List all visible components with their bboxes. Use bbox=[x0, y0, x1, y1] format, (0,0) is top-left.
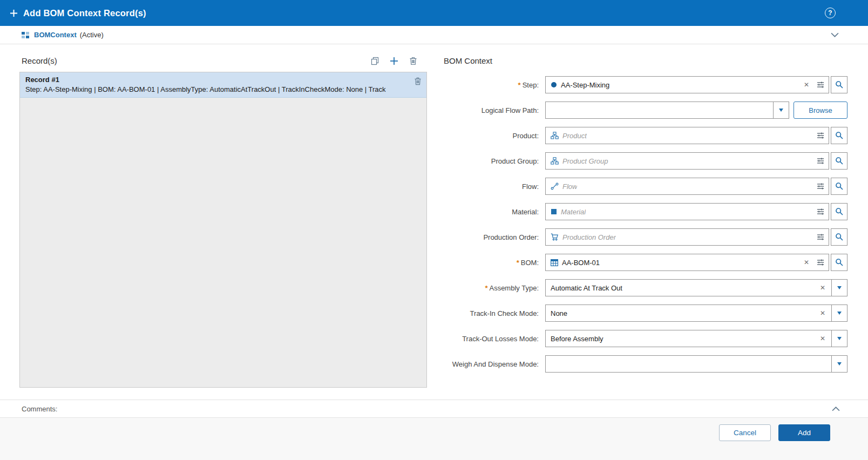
required-marker: * bbox=[518, 81, 521, 89]
field-row-product: Product: Product bbox=[444, 127, 847, 144]
production-order-search-button[interactable] bbox=[831, 228, 847, 246]
production-order-input[interactable]: Production Order bbox=[545, 228, 829, 246]
records-toolbar bbox=[371, 57, 425, 65]
cart-icon bbox=[551, 233, 559, 241]
field-row-flow: Flow: Flow bbox=[444, 178, 847, 195]
production-order-placeholder: Production Order bbox=[562, 233, 616, 241]
browse-button[interactable]: Browse bbox=[794, 102, 847, 119]
assembly-type-select[interactable]: Automatic At Track Out ✕ bbox=[545, 279, 847, 296]
record-title: Record #1 bbox=[25, 76, 421, 84]
track-out-losses-mode-label: Track-Out Losses Mode: bbox=[444, 335, 545, 343]
product-group-search-button[interactable] bbox=[831, 152, 847, 170]
product-label: Product: bbox=[444, 132, 545, 140]
advanced-search-icon[interactable] bbox=[815, 233, 826, 241]
track-out-losses-mode-select[interactable]: Before Assembly ✕ bbox=[545, 330, 847, 347]
step-input[interactable]: AA-Step-Mixing ✕ bbox=[545, 76, 829, 93]
field-row-assembly-type: * Assembly Type: Automatic At Track Out … bbox=[444, 279, 847, 296]
product-group-input[interactable]: Product Group bbox=[545, 152, 829, 170]
dropdown-arrow-icon[interactable] bbox=[773, 102, 789, 118]
required-marker: * bbox=[517, 259, 519, 267]
chevron-up-icon[interactable] bbox=[832, 407, 840, 411]
dropdown-arrow-icon[interactable] bbox=[831, 330, 847, 347]
entity-link[interactable]: BOMContext bbox=[34, 31, 77, 39]
weigh-and-dispense-mode-select[interactable] bbox=[545, 355, 847, 373]
bom-context-form: BOM Context * Step: AA-Step-Mixing ✕ bbox=[444, 52, 847, 400]
record-trash-icon[interactable] bbox=[414, 77, 422, 87]
material-placeholder: Material bbox=[561, 208, 586, 216]
product-input[interactable]: Product bbox=[545, 127, 829, 144]
add-button[interactable]: Add bbox=[778, 424, 830, 441]
clear-icon[interactable]: ✕ bbox=[818, 309, 827, 317]
logical-flow-path-input[interactable] bbox=[545, 102, 789, 119]
form-title: BOM Context bbox=[444, 56, 847, 65]
material-icon bbox=[551, 208, 557, 215]
bom-input[interactable]: AA-BOM-01 ✕ bbox=[545, 254, 829, 271]
field-row-step: * Step: AA-Step-Mixing ✕ bbox=[444, 76, 847, 93]
clear-icon[interactable]: ✕ bbox=[818, 335, 827, 342]
comments-section: Comments: bbox=[0, 400, 868, 418]
entity-icon bbox=[22, 31, 30, 39]
bom-table-icon bbox=[551, 259, 558, 266]
flow-input[interactable]: Flow bbox=[545, 178, 829, 195]
material-search-button[interactable] bbox=[831, 203, 847, 220]
product-icon bbox=[551, 132, 559, 139]
field-row-logical-flow-path: Logical Flow Path: Browse bbox=[444, 102, 847, 119]
field-row-track-in-check-mode: Track-In Check Mode: None ✕ bbox=[444, 305, 847, 322]
dropdown-arrow-icon[interactable] bbox=[831, 356, 847, 372]
records-panel: Record(s) Record #1 Step: AA-Step- bbox=[19, 52, 427, 400]
advanced-search-icon[interactable] bbox=[815, 259, 826, 266]
record-summary: Step: AA-Step-Mixing | BOM: AA-BOM-01 | … bbox=[25, 85, 421, 93]
dialog-title: Add BOM Context Record(s) bbox=[23, 8, 146, 18]
field-row-bom: * BOM: AA-BOM-01 ✕ bbox=[444, 254, 847, 271]
product-search-button[interactable] bbox=[831, 127, 847, 144]
track-in-check-mode-label: Track-In Check Mode: bbox=[444, 309, 545, 317]
field-row-weigh-and-dispense-mode: Weigh And Dispense Mode: bbox=[444, 355, 847, 373]
flow-search-button[interactable] bbox=[831, 178, 847, 195]
bom-search-button[interactable] bbox=[831, 254, 847, 271]
copy-record-button[interactable] bbox=[371, 57, 379, 65]
step-search-button[interactable] bbox=[831, 76, 847, 93]
material-input[interactable]: Material bbox=[545, 203, 829, 220]
add-record-button[interactable] bbox=[390, 57, 398, 65]
advanced-search-icon[interactable] bbox=[815, 208, 826, 215]
bom-value: AA-BOM-01 bbox=[562, 259, 600, 267]
field-row-material: Material: Material bbox=[444, 203, 847, 220]
production-order-label: Production Order: bbox=[444, 233, 545, 241]
delete-record-button[interactable] bbox=[409, 57, 417, 65]
field-row-production-order: Production Order: Production Order bbox=[444, 228, 847, 246]
dropdown-arrow-icon[interactable] bbox=[831, 305, 847, 321]
track-in-check-mode-select[interactable]: None ✕ bbox=[545, 305, 847, 322]
field-row-product-group: Product Group: Product Group bbox=[444, 152, 847, 170]
step-icon bbox=[551, 82, 557, 88]
context-bar: BOMContext (Active) bbox=[0, 26, 868, 44]
advanced-search-icon[interactable] bbox=[815, 157, 826, 165]
comments-label: Comments: bbox=[22, 405, 57, 413]
advanced-search-icon[interactable] bbox=[815, 132, 826, 139]
clear-icon[interactable]: ✕ bbox=[802, 259, 811, 266]
dialog-footer: Cancel Add bbox=[0, 418, 868, 460]
material-label: Material: bbox=[444, 208, 545, 216]
field-row-track-out-losses-mode: Track-Out Losses Mode: Before Assembly ✕ bbox=[444, 330, 847, 347]
track-in-check-mode-value: None bbox=[551, 309, 567, 317]
help-icon[interactable]: ? bbox=[825, 8, 836, 18]
cancel-button[interactable]: Cancel bbox=[719, 424, 771, 441]
records-header: Record(s) bbox=[19, 52, 427, 72]
flow-icon bbox=[551, 182, 559, 190]
chevron-down-icon[interactable] bbox=[831, 32, 839, 37]
advanced-search-icon[interactable] bbox=[815, 182, 826, 190]
add-bom-context-dialog: Add BOM Context Record(s) ? BOMContext (… bbox=[0, 0, 868, 460]
plus-icon bbox=[10, 9, 18, 17]
clear-icon[interactable]: ✕ bbox=[802, 81, 811, 89]
main-content: Record(s) Record #1 Step: AA-Step- bbox=[0, 44, 868, 400]
dialog-header: Add BOM Context Record(s) ? bbox=[0, 0, 868, 26]
dropdown-arrow-icon[interactable] bbox=[831, 280, 847, 296]
product-group-label: Product Group: bbox=[444, 157, 545, 165]
advanced-search-icon[interactable] bbox=[815, 81, 826, 89]
records-title: Record(s) bbox=[22, 56, 57, 65]
weigh-and-dispense-mode-label: Weigh And Dispense Mode: bbox=[444, 360, 545, 368]
clear-icon[interactable]: ✕ bbox=[818, 284, 827, 292]
flow-placeholder: Flow bbox=[562, 182, 577, 191]
record-list: Record #1 Step: AA-Step-Mixing | BOM: AA… bbox=[19, 72, 427, 388]
record-item[interactable]: Record #1 Step: AA-Step-Mixing | BOM: AA… bbox=[20, 72, 426, 98]
assembly-type-label: * Assembly Type: bbox=[444, 284, 545, 292]
